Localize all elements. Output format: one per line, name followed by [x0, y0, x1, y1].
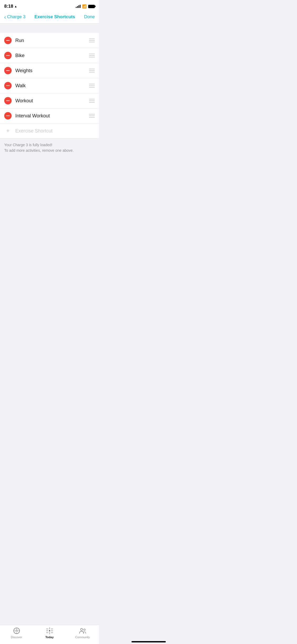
- nav-header: ‹ Charge 3 Exercise Shortcuts Done: [0, 11, 99, 24]
- drag-line: [89, 102, 95, 103]
- exercise-label-bike: Bike: [15, 53, 89, 58]
- remove-button-interval[interactable]: [4, 112, 12, 119]
- info-text: Your Charge 3 is fully loaded! To add mo…: [4, 142, 95, 153]
- exercise-label-run: Run: [15, 38, 89, 43]
- list-item: Interval Workout: [0, 108, 99, 123]
- wifi-icon: 📶: [82, 4, 87, 8]
- drag-handle-weights[interactable]: [89, 69, 95, 72]
- drag-handle-run[interactable]: [89, 39, 95, 42]
- exercise-label-interval: Interval Workout: [15, 113, 89, 119]
- signal-bar-3: [78, 5, 79, 8]
- add-exercise-row[interactable]: + Exercise Shortcut: [0, 123, 99, 139]
- signal-bars: [76, 5, 81, 8]
- remove-button-workout[interactable]: [4, 97, 12, 104]
- drag-line: [89, 55, 95, 56]
- list-item: Weights: [0, 63, 99, 78]
- drag-line: [89, 72, 95, 72]
- remove-button-weights[interactable]: [4, 67, 12, 74]
- list-item: Run: [0, 33, 99, 48]
- remove-button-run[interactable]: [4, 37, 12, 44]
- drag-line: [89, 39, 95, 39]
- chevron-left-icon: ‹: [4, 14, 6, 20]
- back-button[interactable]: ‹ Charge 3: [4, 14, 26, 20]
- drag-line: [89, 99, 95, 99]
- drag-line: [89, 42, 95, 42]
- drag-handle-interval[interactable]: [89, 114, 95, 118]
- drag-line: [89, 85, 95, 86]
- exercise-label-workout: Workout: [15, 98, 89, 104]
- info-line2: To add more activities, remove one above…: [4, 148, 74, 153]
- signal-bar-4: [80, 5, 81, 8]
- info-line1: Your Charge 3 is fully loaded!: [4, 143, 52, 147]
- drag-line: [89, 87, 95, 88]
- drag-line: [89, 69, 95, 69]
- exercise-label-weights: Weights: [15, 68, 89, 73]
- battery-icon: [88, 5, 95, 8]
- list-item: Walk: [0, 78, 99, 93]
- page-title: Exercise Shortcuts: [28, 14, 82, 20]
- gray-spacer: [0, 24, 99, 33]
- drag-handle-bike[interactable]: [89, 54, 95, 57]
- remove-button-walk[interactable]: [4, 82, 12, 89]
- drag-line: [89, 40, 95, 41]
- drag-handle-walk[interactable]: [89, 84, 95, 88]
- back-label: Charge 3: [7, 14, 26, 20]
- drag-line: [89, 70, 95, 71]
- drag-line: [89, 117, 95, 118]
- drag-line: [89, 114, 95, 114]
- info-section: Your Charge 3 is fully loaded! To add mo…: [0, 139, 99, 157]
- status-time: 8:18: [4, 4, 13, 9]
- list-item: Workout: [0, 93, 99, 108]
- remove-button-bike[interactable]: [4, 52, 12, 59]
- status-bar: 8:18 ▲ 📶: [0, 0, 99, 11]
- exercise-list: Run Bike Weights: [0, 33, 99, 139]
- drag-line: [89, 57, 95, 57]
- drag-line: [89, 116, 95, 116]
- signal-bar-2: [77, 6, 78, 8]
- exercise-label-walk: Walk: [15, 83, 89, 89]
- drag-line: [89, 84, 95, 84]
- bottom-fill: [0, 157, 99, 210]
- drag-handle-workout[interactable]: [89, 99, 95, 103]
- status-icons: 📶: [76, 4, 95, 8]
- add-exercise-label: Exercise Shortcut: [15, 128, 53, 134]
- signal-bar-1: [76, 7, 77, 8]
- drag-line: [89, 100, 95, 101]
- add-icon: +: [4, 127, 12, 135]
- drag-line: [89, 54, 95, 54]
- list-item: Bike: [0, 48, 99, 63]
- done-button[interactable]: Done: [84, 14, 95, 20]
- location-icon: ▲: [14, 5, 17, 8]
